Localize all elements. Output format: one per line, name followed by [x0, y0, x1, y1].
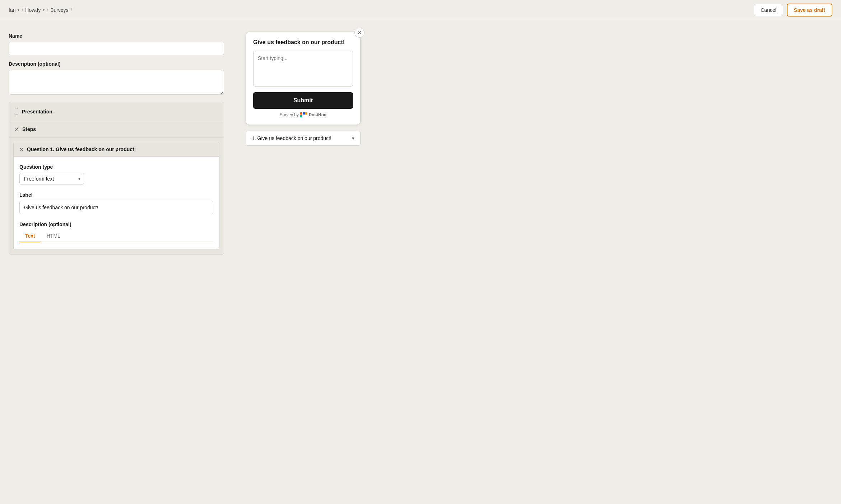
tabs-container: Text HTML: [19, 230, 213, 242]
breadcrumb-ian[interactable]: Ian ▾: [9, 7, 19, 13]
posthog-logo-icon: [300, 112, 307, 117]
steps-title: Steps: [22, 126, 36, 132]
description-optional-group: Description (optional) Text HTML: [19, 221, 213, 242]
question-type-group: Question type Freeform text Multiple cho…: [19, 164, 213, 185]
save-draft-button[interactable]: Save as draft: [787, 4, 832, 17]
question-accordion-label: 1. Give us feedback on our product!: [252, 135, 331, 141]
name-section: Name: [9, 33, 224, 55]
label-field-label: Label: [19, 192, 213, 198]
widget-close-button[interactable]: ✕: [354, 28, 364, 38]
breadcrumb-surveys[interactable]: Surveys: [50, 7, 69, 13]
posthog-brand-name: PostHog: [309, 112, 326, 117]
question-card-header[interactable]: ✕ Question 1. Give us feedback on our pr…: [14, 142, 219, 157]
steps-section: ✕ Steps: [9, 121, 224, 137]
description-section: Description (optional): [9, 61, 224, 96]
posthog-logo: [300, 112, 307, 117]
question-card: ✕ Question 1. Give us feedback on our pr…: [13, 142, 219, 250]
tab-text[interactable]: Text: [19, 230, 41, 242]
main-layout: Name Description (optional) ⌃⌄ Presentat…: [0, 20, 841, 263]
question-type-select-wrapper: Freeform text Multiple choice Rating Sin…: [19, 173, 84, 185]
tabs-row: Text HTML: [19, 230, 213, 242]
widget-title: Give us feedback on our product!: [253, 39, 353, 46]
preview-column: ✕ Give us feedback on our product! Submi…: [224, 32, 832, 146]
presentation-section: ⌃⌄ Presentation: [9, 102, 224, 121]
cancel-button[interactable]: Cancel: [754, 4, 783, 16]
presentation-title: Presentation: [22, 109, 52, 115]
svg-rect-1: [303, 112, 305, 115]
breadcrumb-howdy-label: Howdy: [25, 7, 41, 13]
name-input[interactable]: [9, 42, 224, 55]
chevron-down-icon: ▾: [352, 135, 354, 141]
breadcrumb-howdy[interactable]: Howdy ▾: [25, 7, 45, 13]
footer-survey-by-text: Survey by: [280, 112, 299, 117]
description-label: Description (optional): [9, 61, 224, 67]
chevron-down-icon: ▾: [18, 8, 19, 12]
label-input[interactable]: [19, 201, 213, 214]
description-textarea[interactable]: [9, 70, 224, 95]
svg-rect-0: [300, 112, 302, 115]
presentation-header[interactable]: ⌃⌄ Presentation: [9, 102, 224, 121]
name-label: Name: [9, 33, 224, 39]
chevron-down-icon: ▾: [43, 8, 45, 12]
svg-rect-2: [305, 112, 307, 115]
survey-widget: ✕ Give us feedback on our product! Submi…: [246, 32, 361, 125]
breadcrumb: Ian ▾ / Howdy ▾ / Surveys /: [9, 7, 72, 13]
question-card-title: Question 1. Give us feedback on our prod…: [27, 146, 136, 152]
sort-icon: ⌃⌄: [15, 107, 18, 116]
breadcrumb-sep-2: /: [47, 7, 48, 13]
widget-submit-button[interactable]: Submit: [253, 92, 353, 109]
svg-rect-3: [300, 115, 302, 117]
question-type-select[interactable]: Freeform text Multiple choice Rating Sin…: [19, 173, 84, 185]
sort-icon-steps: ✕: [15, 127, 19, 132]
breadcrumb-ian-label: Ian: [9, 7, 15, 13]
steps-header[interactable]: ✕ Steps: [9, 121, 224, 137]
question-card-body: Question type Freeform text Multiple cho…: [14, 157, 219, 249]
description-optional-label: Description (optional): [19, 221, 213, 227]
question-accordion[interactable]: 1. Give us feedback on our product! ▾: [246, 131, 361, 146]
close-icon: ✕: [357, 30, 362, 36]
breadcrumb-sep-3: /: [71, 7, 72, 13]
header-actions: Cancel Save as draft: [754, 4, 832, 17]
form-column: Name Description (optional) ⌃⌄ Presentat…: [9, 32, 224, 255]
question-type-label: Question type: [19, 164, 213, 170]
sort-icon-question: ✕: [19, 147, 23, 152]
widget-footer: Survey by PostHog: [253, 112, 353, 117]
label-group: Label: [19, 192, 213, 214]
widget-feedback-textarea[interactable]: [253, 51, 353, 87]
question-card-container: ✕ Question 1. Give us feedback on our pr…: [9, 137, 224, 255]
breadcrumb-surveys-label: Surveys: [50, 7, 69, 13]
breadcrumb-sep-1: /: [22, 7, 23, 13]
tab-html[interactable]: HTML: [41, 230, 66, 242]
header: Ian ▾ / Howdy ▾ / Surveys / Cancel Save …: [0, 0, 841, 20]
